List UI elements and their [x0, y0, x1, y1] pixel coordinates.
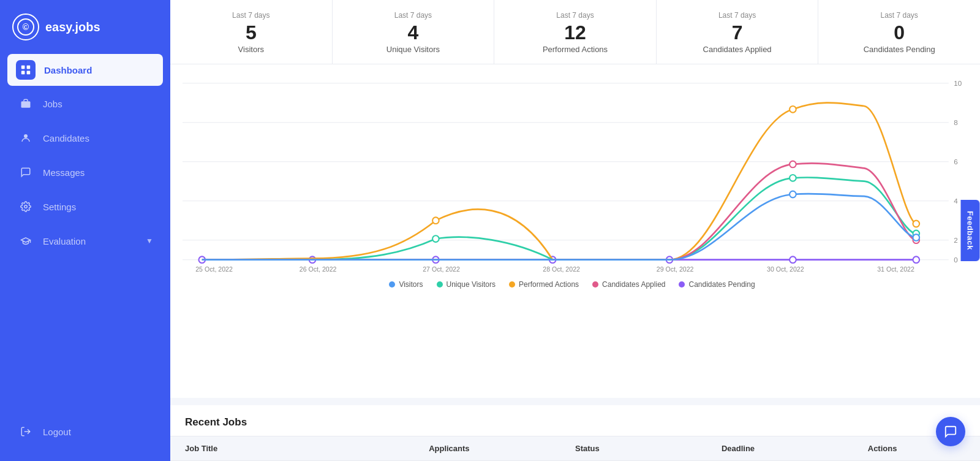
svg-text:27 Oct, 2022: 27 Oct, 2022 [423, 265, 460, 273]
legend-visitors-dot [389, 281, 395, 288]
col-applicants: Applicants [429, 444, 575, 453]
stats-bar: Last 7 days 5 Visitors Last 7 days 4 Uni… [170, 0, 980, 64]
svg-text:25 Oct, 2022: 25 Oct, 2022 [195, 265, 233, 273]
recent-jobs-title: Recent Jobs [170, 405, 980, 436]
svg-text:0: 0 [954, 256, 958, 264]
stat-visitors-value: 5 [246, 22, 257, 44]
svg-rect-2 [21, 66, 25, 69]
stat-performed-actions: Last 7 days 12 Performed Actions [494, 0, 657, 64]
legend-candidates-pending-dot [679, 281, 685, 288]
sidebar-item-messages[interactable]: Messages [7, 156, 163, 189]
col-job-title: Job Title [185, 444, 429, 453]
svg-point-37 [790, 106, 796, 113]
sidebar-item-messages-label: Messages [43, 167, 85, 178]
sidebar-item-jobs-label: Jobs [43, 99, 62, 109]
stat-candidates-pending: Last 7 days 0 Candidates Pending [818, 0, 980, 64]
svg-text:30 Oct, 2022: 30 Oct, 2022 [767, 265, 804, 273]
candidates-icon [17, 129, 34, 147]
svg-point-42 [790, 161, 796, 168]
stat-performed-actions-label: Performed Actions [543, 45, 608, 54]
chart-legend: Visitors Unique Visitors Performed Actio… [183, 280, 962, 289]
settings-icon [17, 198, 34, 215]
stat-unique-visitors: Last 7 days 4 Unique Visitors [333, 0, 495, 64]
chart-svg: 10 8 6 4 2 0 25 Oct, 2022 26 Oct, 2022 2… [183, 77, 962, 273]
sidebar-nav: Dashboard Jobs Candidates Messages [0, 54, 170, 407]
svg-point-7 [24, 134, 28, 138]
sidebar-item-dashboard[interactable]: Dashboard [7, 54, 163, 86]
stat-visitors: Last 7 days 5 Visitors [170, 0, 333, 64]
evaluation-icon [17, 232, 34, 250]
svg-text:2: 2 [954, 236, 957, 244]
legend-performed-actions: Performed Actions [509, 280, 579, 289]
svg-point-44 [790, 191, 796, 198]
stat-unique-visitors-period: Last 7 days [394, 11, 432, 20]
sidebar-item-dashboard-label: Dashboard [44, 65, 92, 75]
svg-point-35 [913, 257, 920, 264]
legend-candidates-applied-label: Candidates Applied [602, 280, 665, 289]
sidebar-bottom: Logout [0, 407, 170, 461]
stat-candidates-applied: Last 7 days 7 Candidates Applied [657, 0, 819, 64]
svg-text:©: © [23, 22, 29, 32]
legend-performed-actions-dot [509, 281, 515, 288]
messages-icon [17, 164, 34, 181]
sidebar-item-evaluation[interactable]: Evaluation ▼ [7, 224, 163, 257]
brand-logo-icon: © [12, 13, 39, 40]
sidebar-logo: © easy.jobs [0, 0, 170, 54]
chart-area: 10 8 6 4 2 0 25 Oct, 2022 26 Oct, 2022 2… [170, 64, 980, 398]
svg-text:10: 10 [954, 79, 962, 87]
stat-visitors-label: Visitors [238, 45, 264, 54]
legend-candidates-pending-label: Candidates Pending [688, 280, 755, 289]
chart-container: 10 8 6 4 2 0 25 Oct, 2022 26 Oct, 2022 2… [183, 77, 962, 303]
col-status: Status [575, 444, 722, 453]
svg-point-8 [24, 205, 28, 208]
svg-text:28 Oct, 2022: 28 Oct, 2022 [543, 265, 580, 273]
chat-fab-button[interactable] [936, 417, 965, 446]
svg-rect-6 [21, 101, 31, 108]
svg-point-34 [790, 257, 796, 264]
sidebar-item-settings[interactable]: Settings [7, 190, 163, 223]
stat-performed-actions-period: Last 7 days [556, 11, 594, 20]
legend-candidates-applied-dot [592, 281, 598, 288]
stat-visitors-period: Last 7 days [232, 11, 270, 20]
sidebar-item-settings-label: Settings [43, 202, 76, 212]
logout-button[interactable]: Logout [15, 417, 156, 446]
svg-text:29 Oct, 2022: 29 Oct, 2022 [657, 265, 694, 273]
legend-performed-actions-label: Performed Actions [519, 280, 579, 289]
svg-rect-3 [27, 66, 31, 69]
stat-unique-visitors-label: Unique Visitors [386, 45, 440, 54]
legend-candidates-pending: Candidates Pending [679, 280, 755, 289]
stat-candidates-applied-period: Last 7 days [718, 11, 756, 20]
feedback-tab[interactable]: Feedback [961, 200, 980, 261]
legend-unique-visitors: Unique Visitors [437, 280, 496, 289]
jobs-icon [17, 95, 34, 112]
stat-candidates-pending-label: Candidates Pending [864, 45, 935, 54]
legend-unique-visitors-dot [437, 281, 443, 288]
dashboard-icon [16, 60, 36, 80]
logout-label: Logout [43, 427, 71, 437]
sidebar: © easy.jobs Dashboard Jobs Candidates [0, 0, 170, 461]
stat-candidates-applied-label: Candidates Applied [703, 45, 772, 54]
sidebar-item-jobs[interactable]: Jobs [7, 87, 163, 120]
svg-point-40 [790, 175, 796, 181]
svg-text:8: 8 [954, 118, 957, 126]
logout-icon [17, 423, 34, 440]
svg-rect-4 [21, 71, 25, 75]
main-content: Last 7 days 5 Visitors Last 7 days 4 Uni… [170, 0, 980, 461]
legend-visitors: Visitors [389, 280, 423, 289]
stat-candidates-applied-value: 7 [732, 22, 743, 44]
svg-point-45 [913, 234, 920, 241]
svg-text:26 Oct, 2022: 26 Oct, 2022 [300, 265, 337, 273]
svg-text:4: 4 [954, 197, 958, 205]
svg-point-38 [913, 221, 920, 227]
stat-unique-visitors-value: 4 [407, 22, 418, 44]
content-scroll: 10 8 6 4 2 0 25 Oct, 2022 26 Oct, 2022 2… [170, 64, 980, 461]
table-header: Job Title Applicants Status Deadline Act… [170, 436, 980, 461]
sidebar-item-candidates[interactable]: Candidates [7, 121, 163, 154]
chevron-down-icon: ▼ [146, 237, 153, 245]
svg-point-39 [432, 235, 439, 242]
col-deadline: Deadline [722, 444, 868, 453]
svg-text:6: 6 [954, 158, 957, 166]
legend-unique-visitors-label: Unique Visitors [447, 280, 496, 289]
recent-jobs-section: Recent Jobs Job Title Applicants Status … [170, 405, 980, 461]
svg-text:31 Oct, 2022: 31 Oct, 2022 [877, 265, 914, 273]
